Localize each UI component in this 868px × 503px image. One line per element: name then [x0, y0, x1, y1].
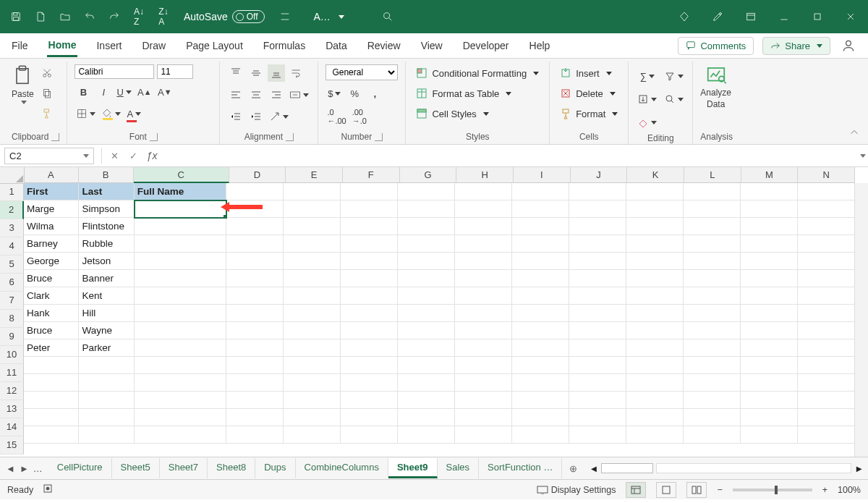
- row-header[interactable]: 4: [0, 237, 24, 255]
- cell[interactable]: [741, 374, 798, 392]
- cell[interactable]: [135, 357, 226, 374]
- cell[interactable]: [626, 305, 684, 322]
- decrease-decimal-icon[interactable]: .00→.0: [351, 106, 368, 127]
- bold-button[interactable]: B: [75, 83, 92, 101]
- cell[interactable]: [798, 305, 855, 322]
- borders-icon[interactable]: [75, 105, 97, 122]
- tab-view[interactable]: View: [420, 35, 444, 56]
- cell[interactable]: [512, 287, 569, 305]
- cut-icon[interactable]: [38, 64, 56, 82]
- cell[interactable]: [341, 235, 398, 253]
- open-folder-icon[interactable]: [55, 7, 75, 27]
- search-icon[interactable]: [378, 7, 398, 27]
- cell[interactable]: [741, 357, 798, 374]
- sheet-tab[interactable]: Sheet8: [208, 458, 255, 478]
- close-window-icon[interactable]: [839, 5, 862, 28]
- column-header[interactable]: N: [798, 167, 855, 183]
- cell[interactable]: [798, 426, 855, 444]
- page-break-view-icon[interactable]: [686, 482, 707, 498]
- macro-record-icon[interactable]: [43, 484, 55, 495]
- cell[interactable]: [284, 374, 341, 392]
- cell[interactable]: [455, 339, 512, 357]
- cell[interactable]: [79, 409, 134, 426]
- cell[interactable]: [135, 200, 226, 218]
- tab-home[interactable]: Home: [47, 35, 78, 57]
- diamond-icon[interactable]: [673, 5, 696, 28]
- cell[interactable]: [569, 235, 626, 253]
- cell[interactable]: [798, 392, 855, 409]
- cell[interactable]: [798, 253, 855, 270]
- cell[interactable]: [798, 218, 855, 235]
- cell[interactable]: [226, 322, 284, 339]
- tab-review[interactable]: Review: [366, 35, 402, 56]
- font-name-input[interactable]: [75, 64, 154, 79]
- sort-asc-icon[interactable]: A↓Z: [129, 7, 149, 27]
- cell[interactable]: [798, 183, 855, 200]
- cell[interactable]: [341, 409, 398, 426]
- cell[interactable]: [512, 183, 569, 200]
- row-header[interactable]: 1: [0, 183, 24, 201]
- cell[interactable]: [135, 392, 226, 409]
- cell[interactable]: [626, 339, 684, 357]
- cell[interactable]: [798, 339, 855, 357]
- format-painter-icon[interactable]: [38, 105, 56, 122]
- cell[interactable]: [455, 287, 512, 305]
- cell[interactable]: [626, 218, 684, 235]
- tab-help[interactable]: Help: [528, 35, 552, 56]
- cell[interactable]: [512, 322, 569, 339]
- sheet-tab[interactable]: Sales: [438, 458, 480, 478]
- cell[interactable]: [135, 374, 226, 392]
- cell[interactable]: [284, 357, 341, 374]
- row-header[interactable]: 6: [0, 274, 24, 292]
- row-header[interactable]: 12: [0, 382, 24, 400]
- sheet-tab[interactable]: Sheet5: [112, 458, 160, 478]
- sort-filter-icon[interactable]: [663, 67, 685, 85]
- percent-format-icon[interactable]: %: [346, 85, 363, 102]
- cell[interactable]: [741, 339, 798, 357]
- cell[interactable]: [135, 253, 226, 270]
- redo-icon[interactable]: [104, 7, 124, 27]
- cell[interactable]: [341, 305, 398, 322]
- cell[interactable]: Wilma: [24, 218, 79, 235]
- analyze-data-button[interactable]: Analyze Data: [700, 64, 731, 109]
- format-as-table-button[interactable]: Format as Table: [413, 86, 514, 101]
- cell[interactable]: [512, 200, 569, 218]
- row-header[interactable]: 2: [0, 201, 24, 219]
- cell[interactable]: [684, 357, 741, 374]
- cell[interactable]: [341, 287, 398, 305]
- dialog-launcher-icon[interactable]: [286, 133, 294, 141]
- dialog-launcher-icon[interactable]: [51, 133, 59, 141]
- cell[interactable]: [341, 374, 398, 392]
- cell[interactable]: [569, 218, 626, 235]
- cell[interactable]: [512, 235, 569, 253]
- cell[interactable]: Barney: [24, 235, 79, 253]
- increase-font-icon[interactable]: A▲: [136, 83, 153, 101]
- cell[interactable]: [455, 235, 512, 253]
- cell[interactable]: [24, 374, 79, 392]
- increase-indent-icon[interactable]: [247, 108, 265, 125]
- cell[interactable]: Full Name: [135, 183, 226, 200]
- sheet-tab[interactable]: SortFunction …: [479, 458, 562, 478]
- cell[interactable]: [684, 270, 741, 287]
- cell[interactable]: [684, 374, 741, 392]
- cell[interactable]: Bruce: [24, 270, 79, 287]
- cell[interactable]: [341, 183, 398, 200]
- cell[interactable]: [741, 235, 798, 253]
- autosum-icon[interactable]: ∑: [636, 67, 658, 85]
- cell[interactable]: [626, 322, 684, 339]
- cell[interactable]: [284, 392, 341, 409]
- cell[interactable]: [684, 235, 741, 253]
- cell[interactable]: [798, 322, 855, 339]
- cell-styles-button[interactable]: Cell Styles: [413, 106, 491, 121]
- tab-draw[interactable]: Draw: [140, 35, 167, 56]
- column-header[interactable]: G: [400, 167, 457, 183]
- cell[interactable]: [284, 305, 341, 322]
- cell[interactable]: Clark: [24, 287, 79, 305]
- column-header[interactable]: J: [571, 167, 628, 183]
- align-left-icon[interactable]: [227, 86, 244, 103]
- share-button[interactable]: Share: [762, 37, 830, 55]
- cell[interactable]: [798, 235, 855, 253]
- cell[interactable]: [512, 305, 569, 322]
- cell[interactable]: [398, 357, 455, 374]
- cell[interactable]: [741, 183, 798, 200]
